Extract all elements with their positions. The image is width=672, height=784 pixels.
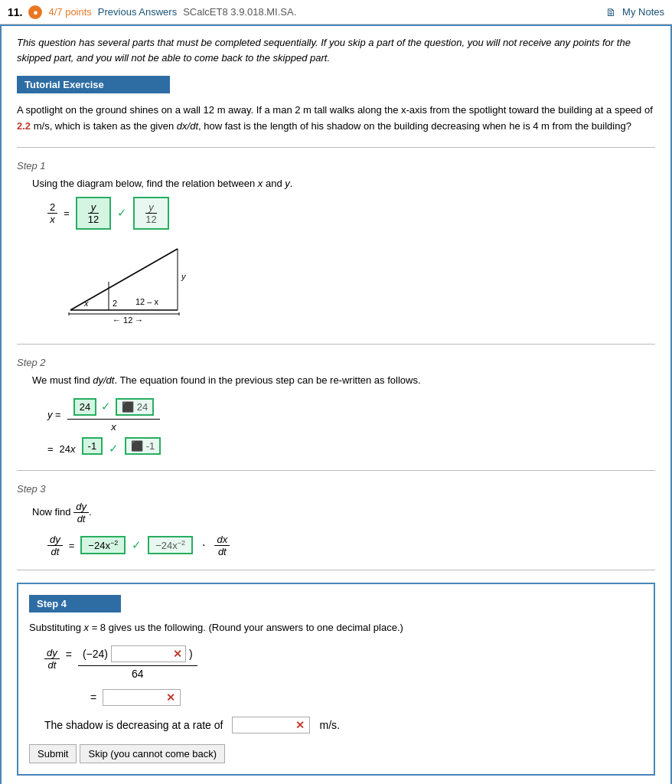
step3-hint-box: −24x−2 xyxy=(148,536,193,554)
step4-dydt: dy dt xyxy=(44,647,60,671)
problem-text-before: A spotlight on the ground shines on a wa… xyxy=(17,104,653,116)
step3-eq: dy dt = −24x−2 ✓ −24x−2 · dx dt xyxy=(47,534,655,557)
problem-text: A spotlight on the ground shines on a wa… xyxy=(17,103,655,135)
skip-button[interactable]: Skip (you cannot come back) xyxy=(80,744,225,763)
step4-section: Step 4 Substituting x = 8 gives us the f… xyxy=(17,583,655,776)
triangle-diagram: x 2 12 – x ← 12 → y xyxy=(55,237,655,332)
step4-header: Step 4 xyxy=(29,595,121,612)
question-number: 11. xyxy=(8,6,22,18)
step3-answer-box-green: −24x−2 xyxy=(80,536,126,554)
step2-content: We must find dy/dt. The equation found i… xyxy=(32,374,655,458)
x-mark-3: ✕ xyxy=(295,719,305,731)
step3-section: Step 3 Now find dydt. dy dt = −24x−2 ✓ −… xyxy=(17,483,655,557)
step3-instruction: Now find dydt. xyxy=(32,501,655,524)
divider-pre-step1 xyxy=(17,147,655,148)
coeff-box-green: 24 xyxy=(73,398,96,416)
svg-text:y: y xyxy=(181,272,187,281)
power-box-green: -1 xyxy=(82,437,103,455)
eq-sign: = xyxy=(69,540,75,551)
check-mark-1: ✓ xyxy=(117,206,127,220)
course-code: SCalcET8 3.9.018.MI.SA. xyxy=(183,6,599,18)
page-header: 11. ● 4/7 points Previous Answers SCalcE… xyxy=(0,0,672,24)
previous-answers-link[interactable]: Previous Answers xyxy=(98,6,177,18)
speed-value: 2.2 xyxy=(17,120,31,132)
equals-sign-2: = xyxy=(90,691,96,704)
coeff-24: 24x xyxy=(60,443,76,455)
svg-text:x: x xyxy=(83,299,89,308)
hint-fraction: y 12 xyxy=(133,197,168,230)
my-notes-link[interactable]: My Notes xyxy=(622,6,664,18)
check-mark-3: ✓ xyxy=(132,538,142,552)
step1-label: Step 1 xyxy=(17,160,655,172)
step4-input-rate[interactable] xyxy=(237,719,291,730)
y-label: y = xyxy=(47,409,61,420)
check-mark-2a: ✓ xyxy=(101,400,111,413)
step2-instruction: We must find dy/dt. The equation found i… xyxy=(32,374,655,386)
dydt-frac: dy dt xyxy=(47,534,63,557)
x-mark-2: ✕ xyxy=(166,691,175,704)
open-paren-box: ✕ xyxy=(111,645,186,662)
check-mark-2b: ✓ xyxy=(109,442,119,456)
notice-text: This question has several parts that mus… xyxy=(17,35,655,65)
step4-buttons: Submit Skip (you cannot come back) xyxy=(29,744,643,763)
points-text: 4/7 points xyxy=(48,6,91,18)
points-badge: ● xyxy=(28,5,42,19)
denominator-64: 64 xyxy=(126,666,150,681)
step2-eq2: = 24x -1 ✓ ⬛ -1 xyxy=(47,440,655,458)
rate-unit: m/s. xyxy=(319,719,339,731)
step1-section: Step 1 Using the diagram below, find the… xyxy=(17,160,655,332)
equals-prefix: = xyxy=(47,443,54,455)
svg-text:12 – x: 12 – x xyxy=(135,297,158,306)
submit-button[interactable]: Submit xyxy=(29,744,77,763)
divider-step3-step4 xyxy=(17,570,655,570)
step4-input-1[interactable] xyxy=(115,648,168,659)
power-hint-box: ⬛ -1 xyxy=(125,437,161,455)
answer-box-fraction: y 12 xyxy=(76,197,111,230)
step4-eq2: = ✕ xyxy=(90,689,643,706)
step3-content: Now find dydt. dy dt = −24x−2 ✓ −24x−2 ·… xyxy=(32,501,655,557)
fraction-2-x: 2 x xyxy=(47,201,57,225)
tutorial-header: Tutorial Exercise xyxy=(17,76,170,93)
step1-instruction: Using the diagram below, find the relati… xyxy=(32,178,655,189)
dot-times: · xyxy=(202,538,205,552)
neg24-coeff: (−24) xyxy=(83,648,108,660)
step2-label: Step 2 xyxy=(17,357,655,368)
equals-sign: = xyxy=(64,207,70,219)
step2-section: Step 2 We must find dy/dt. The equation … xyxy=(17,357,655,458)
step3-label: Step 3 xyxy=(17,483,655,495)
doc-icon: 🗎 xyxy=(605,6,616,18)
rate-input-box: ✕ xyxy=(232,717,310,733)
step1-content: Using the diagram below, find the relati… xyxy=(32,178,655,332)
step4-eq-sign: = xyxy=(66,648,72,661)
step4-input-2[interactable] xyxy=(108,691,161,703)
step4-eq1: dy dt = (−24) ✕ ) 64 xyxy=(44,642,643,681)
open-box-2: ✕ xyxy=(103,689,181,706)
step4-equations: dy dt = (−24) ✕ ) 64 xyxy=(44,642,643,733)
dxdt-frac: dx dt xyxy=(214,534,230,557)
divider-step2-step3 xyxy=(17,470,655,471)
svg-text:2: 2 xyxy=(113,299,117,308)
step4-rate-row: The shadow is decreasing at a rate of ✕ … xyxy=(44,717,643,733)
outer-fraction-step4: (−24) ✕ ) 64 xyxy=(78,642,197,681)
svg-text:←  12  →: ← 12 → xyxy=(113,315,143,325)
coeff-hint-box: ⬛ 24 xyxy=(116,398,154,416)
step4-instruction: Substituting x = 8 gives us the followin… xyxy=(29,622,643,633)
divider-step1-step2 xyxy=(17,344,655,345)
problem-text-after: m/s, which is taken as the given dx/dt, … xyxy=(31,120,631,132)
outer-fraction-step2: 24 ✓ ⬛ 24 x xyxy=(67,395,161,434)
triangle-svg: x 2 12 – x ← 12 → y xyxy=(55,237,223,329)
x-mark-1: ✕ xyxy=(173,648,182,660)
step2-eq1: y = 24 ✓ ⬛ 24 x xyxy=(47,395,655,434)
main-content: This question has several parts that mus… xyxy=(0,24,672,784)
rate-label: The shadow is decreasing at a rate of xyxy=(44,719,223,731)
close-paren: ) xyxy=(189,648,193,660)
